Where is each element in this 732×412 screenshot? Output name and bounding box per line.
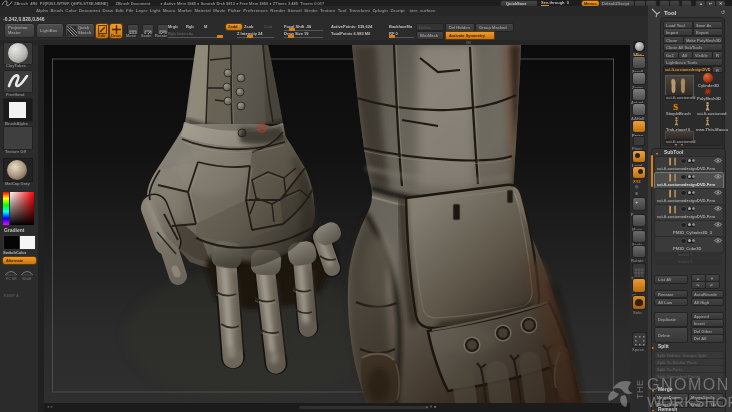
svg-text:WrpM: WrpM bbox=[22, 277, 31, 281]
svg-text:FC SR: FC SR bbox=[6, 277, 17, 281]
